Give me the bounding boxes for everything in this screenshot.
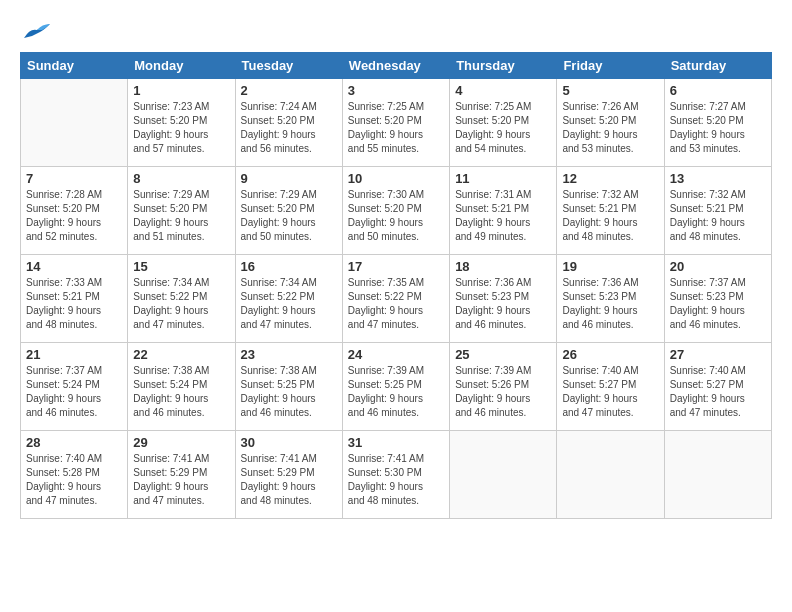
week-row-3: 21Sunrise: 7:37 AM Sunset: 5:24 PM Dayli… bbox=[21, 343, 772, 431]
day-number: 11 bbox=[455, 171, 551, 186]
day-number: 28 bbox=[26, 435, 122, 450]
day-cell bbox=[664, 431, 771, 519]
calendar-header: SundayMondayTuesdayWednesdayThursdayFrid… bbox=[21, 53, 772, 79]
logo bbox=[20, 20, 52, 42]
header-day-monday: Monday bbox=[128, 53, 235, 79]
day-info: Sunrise: 7:41 AM Sunset: 5:29 PM Dayligh… bbox=[133, 452, 229, 508]
day-info: Sunrise: 7:32 AM Sunset: 5:21 PM Dayligh… bbox=[670, 188, 766, 244]
day-number: 29 bbox=[133, 435, 229, 450]
header-row: SundayMondayTuesdayWednesdayThursdayFrid… bbox=[21, 53, 772, 79]
day-number: 19 bbox=[562, 259, 658, 274]
day-info: Sunrise: 7:31 AM Sunset: 5:21 PM Dayligh… bbox=[455, 188, 551, 244]
day-cell: 7Sunrise: 7:28 AM Sunset: 5:20 PM Daylig… bbox=[21, 167, 128, 255]
day-number: 27 bbox=[670, 347, 766, 362]
day-info: Sunrise: 7:32 AM Sunset: 5:21 PM Dayligh… bbox=[562, 188, 658, 244]
day-number: 14 bbox=[26, 259, 122, 274]
day-info: Sunrise: 7:39 AM Sunset: 5:25 PM Dayligh… bbox=[348, 364, 444, 420]
day-number: 8 bbox=[133, 171, 229, 186]
day-info: Sunrise: 7:40 AM Sunset: 5:27 PM Dayligh… bbox=[562, 364, 658, 420]
day-cell: 29Sunrise: 7:41 AM Sunset: 5:29 PM Dayli… bbox=[128, 431, 235, 519]
day-number: 24 bbox=[348, 347, 444, 362]
day-cell: 1Sunrise: 7:23 AM Sunset: 5:20 PM Daylig… bbox=[128, 79, 235, 167]
day-info: Sunrise: 7:25 AM Sunset: 5:20 PM Dayligh… bbox=[348, 100, 444, 156]
day-cell: 21Sunrise: 7:37 AM Sunset: 5:24 PM Dayli… bbox=[21, 343, 128, 431]
day-cell: 2Sunrise: 7:24 AM Sunset: 5:20 PM Daylig… bbox=[235, 79, 342, 167]
day-number: 6 bbox=[670, 83, 766, 98]
day-number: 7 bbox=[26, 171, 122, 186]
day-number: 13 bbox=[670, 171, 766, 186]
day-cell: 6Sunrise: 7:27 AM Sunset: 5:20 PM Daylig… bbox=[664, 79, 771, 167]
week-row-1: 7Sunrise: 7:28 AM Sunset: 5:20 PM Daylig… bbox=[21, 167, 772, 255]
day-cell: 24Sunrise: 7:39 AM Sunset: 5:25 PM Dayli… bbox=[342, 343, 449, 431]
day-info: Sunrise: 7:40 AM Sunset: 5:28 PM Dayligh… bbox=[26, 452, 122, 508]
day-number: 15 bbox=[133, 259, 229, 274]
day-number: 5 bbox=[562, 83, 658, 98]
week-row-0: 1Sunrise: 7:23 AM Sunset: 5:20 PM Daylig… bbox=[21, 79, 772, 167]
header-day-tuesday: Tuesday bbox=[235, 53, 342, 79]
day-info: Sunrise: 7:36 AM Sunset: 5:23 PM Dayligh… bbox=[562, 276, 658, 332]
day-info: Sunrise: 7:26 AM Sunset: 5:20 PM Dayligh… bbox=[562, 100, 658, 156]
day-info: Sunrise: 7:25 AM Sunset: 5:20 PM Dayligh… bbox=[455, 100, 551, 156]
day-cell bbox=[450, 431, 557, 519]
day-cell: 15Sunrise: 7:34 AM Sunset: 5:22 PM Dayli… bbox=[128, 255, 235, 343]
day-info: Sunrise: 7:29 AM Sunset: 5:20 PM Dayligh… bbox=[241, 188, 337, 244]
day-number: 12 bbox=[562, 171, 658, 186]
day-cell: 31Sunrise: 7:41 AM Sunset: 5:30 PM Dayli… bbox=[342, 431, 449, 519]
week-row-4: 28Sunrise: 7:40 AM Sunset: 5:28 PM Dayli… bbox=[21, 431, 772, 519]
header-day-saturday: Saturday bbox=[664, 53, 771, 79]
day-cell: 28Sunrise: 7:40 AM Sunset: 5:28 PM Dayli… bbox=[21, 431, 128, 519]
header-day-friday: Friday bbox=[557, 53, 664, 79]
day-number: 22 bbox=[133, 347, 229, 362]
header-day-wednesday: Wednesday bbox=[342, 53, 449, 79]
day-number: 20 bbox=[670, 259, 766, 274]
day-number: 18 bbox=[455, 259, 551, 274]
day-cell: 26Sunrise: 7:40 AM Sunset: 5:27 PM Dayli… bbox=[557, 343, 664, 431]
day-info: Sunrise: 7:41 AM Sunset: 5:30 PM Dayligh… bbox=[348, 452, 444, 508]
logo-bird-icon bbox=[22, 20, 52, 42]
day-number: 21 bbox=[26, 347, 122, 362]
day-info: Sunrise: 7:27 AM Sunset: 5:20 PM Dayligh… bbox=[670, 100, 766, 156]
day-info: Sunrise: 7:38 AM Sunset: 5:25 PM Dayligh… bbox=[241, 364, 337, 420]
day-number: 30 bbox=[241, 435, 337, 450]
day-number: 2 bbox=[241, 83, 337, 98]
day-cell: 14Sunrise: 7:33 AM Sunset: 5:21 PM Dayli… bbox=[21, 255, 128, 343]
day-cell: 18Sunrise: 7:36 AM Sunset: 5:23 PM Dayli… bbox=[450, 255, 557, 343]
day-number: 10 bbox=[348, 171, 444, 186]
day-info: Sunrise: 7:33 AM Sunset: 5:21 PM Dayligh… bbox=[26, 276, 122, 332]
header-day-sunday: Sunday bbox=[21, 53, 128, 79]
day-cell: 10Sunrise: 7:30 AM Sunset: 5:20 PM Dayli… bbox=[342, 167, 449, 255]
day-cell bbox=[557, 431, 664, 519]
day-cell: 11Sunrise: 7:31 AM Sunset: 5:21 PM Dayli… bbox=[450, 167, 557, 255]
day-info: Sunrise: 7:34 AM Sunset: 5:22 PM Dayligh… bbox=[133, 276, 229, 332]
day-number: 31 bbox=[348, 435, 444, 450]
day-cell: 23Sunrise: 7:38 AM Sunset: 5:25 PM Dayli… bbox=[235, 343, 342, 431]
day-cell: 13Sunrise: 7:32 AM Sunset: 5:21 PM Dayli… bbox=[664, 167, 771, 255]
day-info: Sunrise: 7:37 AM Sunset: 5:23 PM Dayligh… bbox=[670, 276, 766, 332]
day-cell: 4Sunrise: 7:25 AM Sunset: 5:20 PM Daylig… bbox=[450, 79, 557, 167]
day-info: Sunrise: 7:34 AM Sunset: 5:22 PM Dayligh… bbox=[241, 276, 337, 332]
day-info: Sunrise: 7:40 AM Sunset: 5:27 PM Dayligh… bbox=[670, 364, 766, 420]
day-number: 17 bbox=[348, 259, 444, 274]
day-cell: 3Sunrise: 7:25 AM Sunset: 5:20 PM Daylig… bbox=[342, 79, 449, 167]
day-number: 23 bbox=[241, 347, 337, 362]
day-number: 25 bbox=[455, 347, 551, 362]
day-cell: 20Sunrise: 7:37 AM Sunset: 5:23 PM Dayli… bbox=[664, 255, 771, 343]
day-cell: 12Sunrise: 7:32 AM Sunset: 5:21 PM Dayli… bbox=[557, 167, 664, 255]
day-number: 16 bbox=[241, 259, 337, 274]
week-row-2: 14Sunrise: 7:33 AM Sunset: 5:21 PM Dayli… bbox=[21, 255, 772, 343]
calendar-table: SundayMondayTuesdayWednesdayThursdayFrid… bbox=[20, 52, 772, 519]
day-cell bbox=[21, 79, 128, 167]
day-number: 26 bbox=[562, 347, 658, 362]
day-info: Sunrise: 7:24 AM Sunset: 5:20 PM Dayligh… bbox=[241, 100, 337, 156]
day-cell: 19Sunrise: 7:36 AM Sunset: 5:23 PM Dayli… bbox=[557, 255, 664, 343]
page: SundayMondayTuesdayWednesdayThursdayFrid… bbox=[0, 0, 792, 612]
day-cell: 5Sunrise: 7:26 AM Sunset: 5:20 PM Daylig… bbox=[557, 79, 664, 167]
day-number: 1 bbox=[133, 83, 229, 98]
day-cell: 22Sunrise: 7:38 AM Sunset: 5:24 PM Dayli… bbox=[128, 343, 235, 431]
day-info: Sunrise: 7:39 AM Sunset: 5:26 PM Dayligh… bbox=[455, 364, 551, 420]
day-info: Sunrise: 7:29 AM Sunset: 5:20 PM Dayligh… bbox=[133, 188, 229, 244]
day-cell: 8Sunrise: 7:29 AM Sunset: 5:20 PM Daylig… bbox=[128, 167, 235, 255]
day-info: Sunrise: 7:28 AM Sunset: 5:20 PM Dayligh… bbox=[26, 188, 122, 244]
day-info: Sunrise: 7:38 AM Sunset: 5:24 PM Dayligh… bbox=[133, 364, 229, 420]
day-info: Sunrise: 7:36 AM Sunset: 5:23 PM Dayligh… bbox=[455, 276, 551, 332]
